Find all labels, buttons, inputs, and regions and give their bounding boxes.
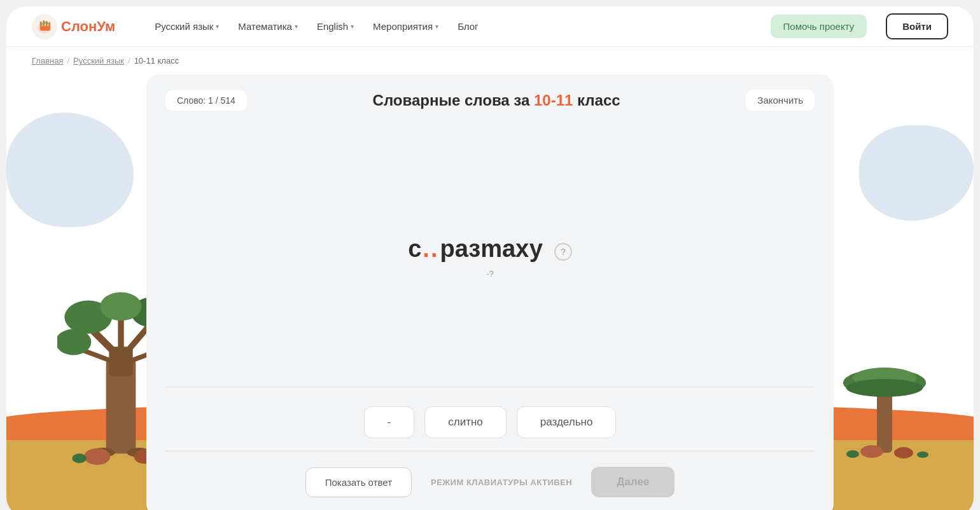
answer-dash-button[interactable]: -: [364, 406, 415, 438]
keyboard-status: РЕЖИМ КЛАВИАТУРЫ АКТИВЕН: [431, 478, 572, 487]
sky-decoration-right: [859, 125, 974, 221]
word-hint: -?: [486, 269, 494, 279]
word-display-container: с..разmaху ? -?: [408, 235, 572, 279]
svg-point-29: [843, 369, 926, 397]
svg-point-33: [894, 447, 913, 458]
svg-rect-6: [40, 26, 50, 31]
svg-point-35: [917, 451, 928, 458]
show-answer-button[interactable]: Показать ответ: [305, 467, 412, 497]
word-counter: Слово: 1 / 514: [165, 90, 247, 111]
svg-point-9: [46, 22, 49, 24]
svg-point-30: [853, 368, 916, 388]
logo-text: СлонУм: [61, 18, 115, 35]
answer-together-button[interactable]: слитно: [424, 406, 507, 438]
svg-point-21: [57, 329, 91, 355]
svg-point-26: [72, 453, 86, 463]
svg-point-23: [100, 292, 141, 320]
svg-rect-11: [109, 347, 132, 376]
nav-item-blog[interactable]: Блог: [450, 17, 486, 36]
word-missing-letters: ..: [423, 235, 438, 263]
main-content: Слово: 1 / 514 Словарные слова за 10-11 …: [6, 74, 974, 510]
answer-buttons: - слитно раздельно: [146, 387, 834, 451]
chevron-down-icon: ▾: [295, 23, 298, 30]
sky-decoration-left: [6, 113, 134, 227]
svg-point-19: [64, 301, 112, 334]
app-container: СлонУм Русский язык ▾ Математика ▾ Engli…: [6, 6, 974, 510]
bottom-actions: Показать ответ РЕЖИМ КЛАВИАТУРЫ АКТИВЕН …: [146, 467, 834, 497]
header: СлонУм Русский язык ▾ Математика ▾ Engli…: [6, 6, 974, 47]
svg-point-24: [84, 448, 110, 465]
svg-point-7: [41, 22, 43, 25]
logo-icon: [32, 14, 57, 39]
finish-button[interactable]: Закончить: [746, 90, 815, 111]
word-area: с..разmaху ? -?: [146, 121, 834, 387]
chevron-down-icon: ▾: [216, 23, 219, 30]
svg-point-34: [846, 450, 859, 458]
svg-rect-10: [106, 359, 136, 453]
svg-point-8: [43, 21, 46, 24]
svg-point-31: [846, 379, 923, 397]
breadcrumb-separator: /: [128, 56, 130, 65]
help-icon[interactable]: ?: [554, 243, 572, 261]
svg-line-16: [73, 347, 121, 364]
next-button[interactable]: Далее: [591, 467, 675, 497]
main-nav: Русский язык ▾ Математика ▾ English ▾ Ме…: [147, 17, 751, 36]
word-prefix: с: [408, 235, 421, 263]
breadcrumb: Главная / Русский язык / 10-11 класс: [6, 47, 974, 74]
card-title: Словарные слова за 10-11 класс: [373, 92, 620, 109]
chevron-down-icon: ▾: [351, 23, 354, 30]
card-header: Слово: 1 / 514 Словарные слова за 10-11 …: [146, 74, 834, 121]
nav-item-math[interactable]: Математика ▾: [230, 17, 305, 36]
nav-item-english[interactable]: English ▾: [309, 17, 361, 36]
svg-line-14: [85, 323, 121, 359]
svg-point-12: [91, 448, 115, 457]
answer-separate-button[interactable]: раздельно: [517, 406, 617, 438]
breadcrumb-current: 10-11 класс: [134, 56, 179, 65]
help-project-button[interactable]: Помочь проекту: [771, 15, 867, 38]
nav-item-events[interactable]: Мероприятия ▾: [365, 17, 446, 36]
word-display: с..разmaху: [408, 235, 543, 263]
breadcrumb-separator: /: [67, 56, 69, 65]
bottom-divider: [165, 451, 815, 451]
acacia-tree-right: [834, 332, 935, 459]
login-button[interactable]: Войти: [886, 13, 948, 39]
word-suffix: разmaху: [440, 235, 542, 263]
quiz-card: Слово: 1 / 514 Словарные слова за 10-11 …: [146, 74, 834, 510]
svg-rect-28: [877, 389, 892, 453]
svg-point-32: [860, 445, 883, 458]
nav-item-russian[interactable]: Русский язык ▾: [147, 17, 227, 36]
word-row: с..разmaху ?: [408, 235, 572, 268]
breadcrumb-section[interactable]: Русский язык: [73, 56, 124, 65]
chevron-down-icon: ▾: [435, 23, 438, 30]
breadcrumb-home[interactable]: Главная: [32, 56, 63, 65]
logo[interactable]: СлонУм: [32, 14, 115, 39]
